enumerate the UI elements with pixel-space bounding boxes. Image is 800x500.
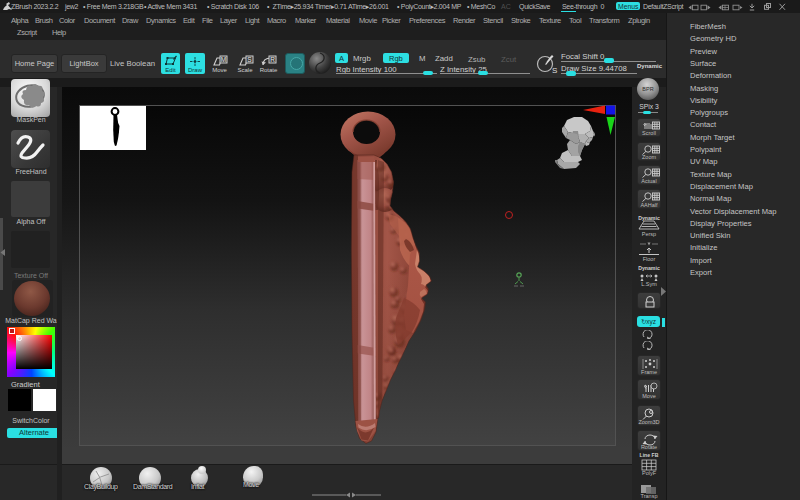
svg-text:S: S bbox=[247, 56, 252, 63]
svg-text:M: M bbox=[221, 56, 226, 63]
svg-text:S: S bbox=[552, 66, 557, 75]
svg-text:R: R bbox=[270, 56, 275, 63]
